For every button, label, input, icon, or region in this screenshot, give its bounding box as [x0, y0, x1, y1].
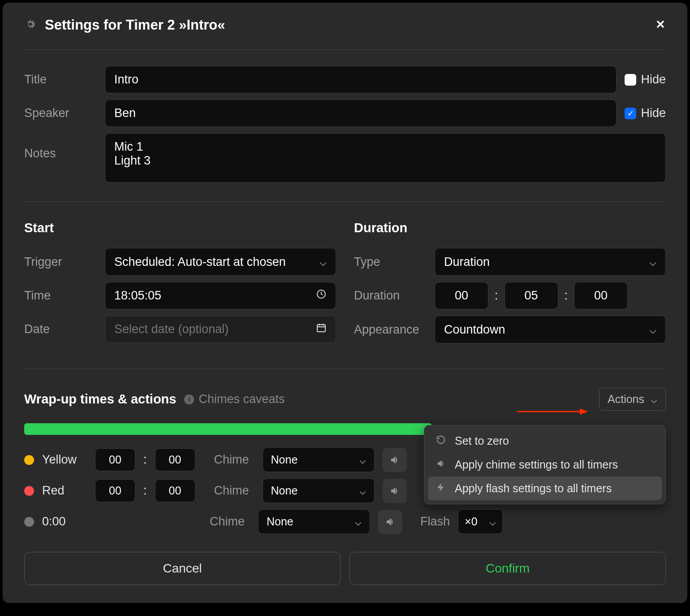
arrow-annotation [517, 407, 589, 416]
date-placeholder: Select date (optional) [114, 322, 229, 336]
chime-select[interactable]: None⌵ [263, 447, 375, 472]
type-value: Duration [444, 255, 490, 269]
divider [24, 369, 666, 369]
notes-input[interactable] [105, 133, 666, 182]
chevron-down-icon: ⌵ [649, 322, 656, 337]
popup-item[interactable]: Apply chime settings to all timers [428, 453, 662, 477]
appearance-select[interactable]: Countdown ⌵ [435, 316, 666, 343]
popup-item[interactable]: Set to zero [428, 429, 662, 453]
time-value: 18:05:05 [114, 289, 161, 303]
clock-icon [316, 289, 327, 303]
close-icon [655, 19, 666, 30]
modal-header: Settings for Timer 2 »Intro« [24, 17, 666, 50]
settings-modal: Settings for Timer 2 »Intro« Title Hide … [3, 3, 687, 603]
cancel-button[interactable]: Cancel [24, 552, 341, 585]
close-button[interactable] [655, 17, 666, 33]
duration-mm-input[interactable] [505, 282, 558, 309]
title-label: Title [24, 73, 105, 87]
type-select[interactable]: Duration ⌵ [435, 248, 666, 276]
duration-section: Duration Type Duration ⌵ Duration : : [354, 221, 666, 350]
hide-title-checkbox[interactable] [625, 74, 636, 86]
confirm-button[interactable]: Confirm [349, 552, 666, 585]
hide-title-label: Hide [641, 73, 666, 87]
duration-heading: Duration [354, 221, 666, 235]
chevron-down-icon: ⌵ [651, 393, 657, 406]
flash-label: Flash [420, 515, 450, 529]
color-dot [24, 455, 34, 465]
chevron-down-icon: ⌵ [649, 255, 656, 269]
appearance-value: Countdown [444, 323, 505, 337]
hide-speaker-label: Hide [641, 106, 666, 120]
duration-label: Duration [354, 289, 435, 303]
appearance-label: Appearance [354, 323, 435, 337]
date-input[interactable]: Select date (optional) [105, 316, 336, 343]
wrap-row-label: 0:00 [42, 515, 87, 529]
sound-preview-button[interactable] [378, 510, 402, 534]
chevron-down-icon: ⌵ [319, 255, 327, 269]
speaker-input[interactable] [105, 100, 617, 127]
speaker-label: Speaker [24, 106, 105, 120]
colon: : [495, 289, 498, 303]
svg-rect-1 [317, 325, 325, 332]
flash-icon [435, 482, 447, 495]
hide-speaker-checkbox[interactable]: ✓ [625, 108, 636, 119]
wrapup-row: 0:00 Chime None⌵ Flash ×0⌵ [24, 509, 666, 534]
sound-icon [435, 458, 447, 471]
color-dot [24, 486, 34, 496]
date-label: Date [24, 322, 105, 336]
type-label: Type [354, 255, 435, 269]
wrapup-heading: Wrap-up times & actions [24, 392, 176, 407]
time-input[interactable]: 18:05:05 [105, 282, 336, 309]
gear-icon [24, 18, 37, 32]
flash-select[interactable]: ×0⌵ [458, 509, 503, 534]
progress-bar [24, 423, 432, 435]
trigger-label: Trigger [24, 255, 105, 269]
wrap-mm-input[interactable] [95, 479, 135, 502]
actions-popup: Set to zeroApply chime settings to all t… [424, 425, 666, 504]
sound-preview-button[interactable] [383, 479, 407, 503]
chime-label: Chime [210, 515, 250, 529]
trigger-select[interactable]: Scheduled: Auto-start at chosen ⌵ [105, 248, 336, 276]
chime-select[interactable]: None⌵ [263, 478, 375, 503]
start-heading: Start [24, 221, 336, 235]
notes-label: Notes [24, 133, 105, 161]
chime-select[interactable]: None⌵ [258, 509, 370, 534]
colon: : [565, 289, 568, 303]
info-icon: i [184, 395, 194, 404]
chime-label: Chime [214, 453, 254, 467]
popup-item[interactable]: Apply flash settings to all timers [428, 477, 662, 500]
svg-marker-3 [580, 408, 588, 415]
time-label: Time [24, 289, 105, 303]
wrap-row-label: Yellow [42, 453, 87, 467]
wrap-ss-input[interactable] [155, 448, 195, 471]
trigger-value: Scheduled: Auto-start at chosen [114, 255, 286, 269]
chimes-caveats-link[interactable]: i Chimes caveats [184, 392, 285, 406]
undo-icon [435, 434, 447, 447]
color-dot [24, 517, 34, 527]
actions-button[interactable]: Actions ⌵ [599, 388, 666, 411]
sound-preview-button[interactable] [383, 448, 407, 472]
chime-label: Chime [214, 484, 254, 498]
modal-title: Settings for Timer 2 »Intro« [45, 17, 225, 33]
title-input[interactable] [105, 66, 617, 93]
duration-ss-input[interactable] [574, 282, 628, 309]
start-section: Start Trigger Scheduled: Auto-start at c… [24, 221, 336, 350]
wrap-ss-input[interactable] [155, 479, 195, 502]
duration-hh-input[interactable] [435, 282, 488, 309]
divider [24, 201, 666, 202]
wrap-row-label: Red [42, 484, 87, 498]
calendar-icon [316, 322, 327, 336]
wrap-mm-input[interactable] [95, 448, 135, 471]
